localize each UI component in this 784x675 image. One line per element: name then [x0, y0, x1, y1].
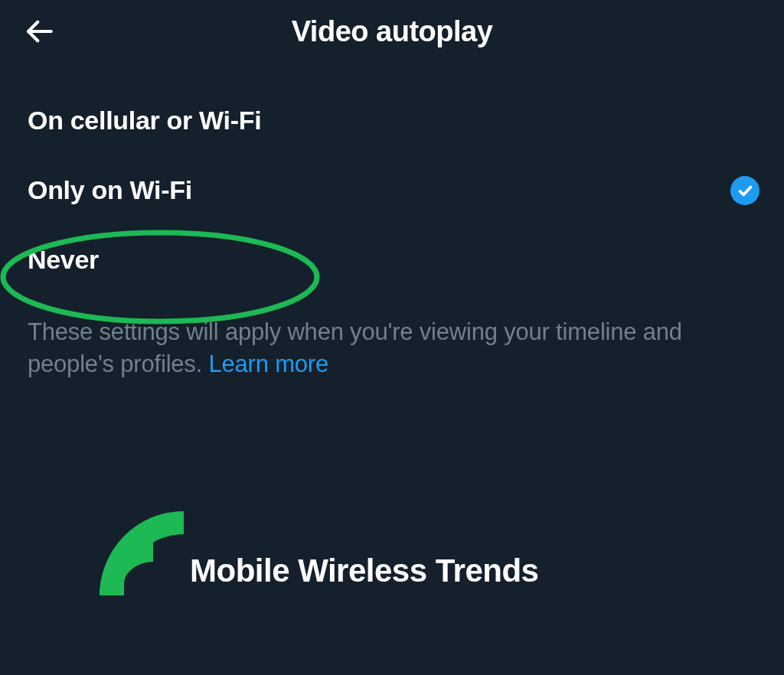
- option-cellular-wifi[interactable]: On cellular or Wi-Fi: [0, 86, 784, 155]
- option-label: Never: [28, 245, 99, 275]
- selected-indicator: [730, 176, 760, 205]
- signal-icon: [100, 511, 184, 595]
- page-title: Video autoplay: [292, 15, 493, 48]
- watermark: Mobile Wireless Trends: [100, 511, 538, 595]
- header: Video autoplay: [0, 0, 784, 63]
- arrow-left-icon: [23, 15, 55, 47]
- option-never[interactable]: Never: [0, 225, 784, 295]
- learn-more-link[interactable]: Learn more: [208, 351, 328, 377]
- option-label: On cellular or Wi-Fi: [28, 106, 261, 135]
- options-list: On cellular or Wi-Fi Only on Wi-Fi Never: [0, 63, 784, 295]
- option-label: Only on Wi-Fi: [28, 175, 192, 205]
- back-button[interactable]: [21, 14, 57, 49]
- settings-description: These settings will apply when you're vi…: [0, 295, 784, 380]
- checkmark-icon: [737, 182, 753, 199]
- watermark-text: Mobile Wireless Trends: [190, 553, 538, 595]
- description-text: These settings will apply when you're vi…: [28, 318, 682, 377]
- option-wifi-only[interactable]: Only on Wi-Fi: [0, 155, 784, 225]
